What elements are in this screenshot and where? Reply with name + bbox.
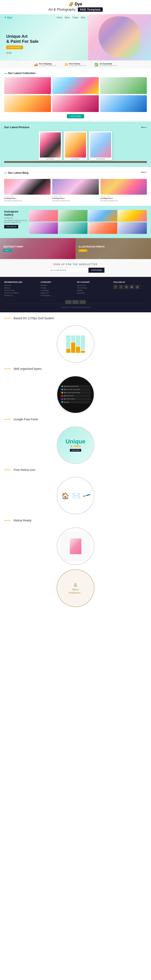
footer-link-newsletter[interactable]: Newsletter — [77, 292, 111, 294]
blog-more-link[interactable]: More » — [141, 171, 147, 177]
footer-link-delivery[interactable]: Delivery — [4, 287, 38, 289]
feature-dash-1 — [4, 318, 11, 318]
layer-dot-3 — [62, 392, 63, 393]
grid-stripe-6 — [76, 347, 80, 353]
instagram-image-7 — [88, 222, 117, 234]
picture-frame-1: Art Portrait I — [39, 131, 62, 160]
retina-circle — [57, 527, 94, 565]
blog-desc-3: Our partners unique for art — [100, 200, 147, 202]
grid-stripe-2 — [66, 348, 70, 353]
footer-link-abstract[interactable]: Abstract — [41, 285, 74, 286]
footer-col-account: MY ACCOUNT My Account Order History Wish… — [77, 281, 111, 297]
nav-pages[interactable]: Pages — [73, 16, 78, 19]
grid-stripe-8 — [81, 351, 85, 353]
more-features-wrapper: & More Features... — [4, 569, 147, 607]
below-fold-features: Based On 1170px Grid System — [0, 312, 151, 616]
hero-image — [88, 14, 151, 60]
view-more-button[interactable]: VIEW MORE — [67, 114, 84, 118]
brush-icon: 🖌️ — [82, 491, 91, 501]
nav-blog[interactable]: Blog — [81, 16, 85, 19]
googleplus-icon[interactable]: g+ — [130, 285, 134, 289]
hero-cta-button[interactable]: LEARN MORE — [6, 46, 23, 49]
psd-badge: PSD Template — [78, 7, 103, 12]
twitter-icon[interactable]: t — [119, 285, 123, 289]
grid-stripe-3 — [71, 336, 75, 342]
shelf-decoration — [4, 161, 147, 163]
blog-image-1 — [4, 179, 51, 195]
grid-stripe-5 — [76, 336, 80, 346]
picture-caption-2: Art Portrait II — [65, 158, 86, 160]
footer-link-portrait[interactable]: Portrait — [41, 287, 74, 289]
instagram-handle: Instagramy — [4, 217, 27, 219]
layer-text-2: ▣ hero with color profile — [64, 389, 80, 390]
hero-title: Unique Art & Paint For Sale — [6, 34, 38, 44]
footer-col-social: FOLLOW US f t in g+ p — [113, 281, 147, 297]
instagram-image-8 — [118, 222, 147, 234]
footer-link-privacy[interactable]: Privacy Policy — [4, 290, 38, 291]
nav-home[interactable]: Home — [57, 16, 62, 19]
pictures-more-link[interactable]: More » — [141, 126, 147, 128]
footer-link-about[interactable]: About Us — [4, 285, 38, 286]
footer-grid: INFORMATION LINK About Us Delivery Priva… — [4, 281, 147, 297]
pinterest-icon[interactable]: p — [135, 285, 140, 289]
newsletter-subscribe-button[interactable]: SUBSCRIBE — [89, 268, 105, 273]
collection-item — [100, 77, 147, 94]
facebook-icon[interactable]: f — [113, 285, 118, 289]
hero-content: Unique Art & Paint For Sale LEARN MORE — [0, 25, 38, 49]
linkedin-icon[interactable]: in — [124, 285, 129, 289]
feature-row-layers: Well organized layers — [4, 367, 147, 371]
picture-image-1 — [40, 132, 61, 158]
card-visa — [65, 300, 72, 304]
subtitle-text: Art & Photography — [48, 8, 76, 11]
collection-section: Our Latest Collection VIEW MORE — [0, 68, 151, 121]
newsletter-email-input[interactable] — [46, 268, 89, 273]
footer-link-modern[interactable]: Modern Art — [41, 292, 74, 294]
feature-dash-2 — [4, 369, 11, 369]
picture-caption-1: Art Portrait I — [40, 158, 61, 160]
gallery-block-btn-2[interactable]: FIND IT — [79, 249, 87, 252]
footer-link-wishlist[interactable]: Wishlist — [77, 290, 111, 291]
footer-col-title-2: CATEGORY — [41, 281, 74, 283]
picture-frame-2: Art Portrait II — [64, 131, 87, 160]
feature-frames: 🖼 Free Frames Our partners unique for ar… — [65, 63, 86, 66]
blog-item-2: June 14, 2018 Art Blog Post 2 Our partne… — [52, 179, 99, 202]
gallery-block-btn-1[interactable]: FIND IT — [3, 249, 12, 252]
icon-circle-wrapper: 🏠 ✉️ 🖌️ — [4, 477, 147, 515]
more-label-2: Features... — [68, 591, 82, 594]
blog-post-title-3: Art Blog Post 3 — [100, 197, 147, 199]
social-links: f t in g+ p — [113, 285, 147, 289]
layer-dot-6 — [62, 401, 63, 403]
font-display-line2: & Paint — [66, 444, 86, 448]
newsletter-title: SIGN UP FOR THE NEWSLETTER — [4, 263, 147, 266]
frames-icon: 🖼 — [65, 63, 68, 66]
footer-link-contact[interactable]: Contact Us — [4, 294, 38, 296]
card-mc — [72, 300, 79, 304]
footer-link-landscape[interactable]: Landscape — [41, 290, 74, 291]
grid-visualization — [62, 331, 89, 357]
footer-col-title-4: FOLLOW US — [113, 281, 147, 283]
instagram-image-3 — [88, 210, 117, 221]
footer-link-terms[interactable]: Terms & Conditions — [4, 292, 38, 294]
layer-text-4: ▣ blog section — [64, 395, 74, 397]
feature-icon-label: Free Retina Icon — [14, 468, 35, 471]
more-features-circle: & More Features... — [57, 569, 94, 607]
nav-menu[interactable]: Menu — [65, 16, 70, 19]
newsletter-form: SUBSCRIBE — [4, 268, 147, 273]
footer-link-orders[interactable]: Order History — [77, 287, 111, 289]
footer-link-my-account[interactable]: My Account — [77, 285, 111, 286]
layer-text-1: ▣ header placeholder — [64, 385, 79, 387]
collection-grid — [4, 77, 147, 112]
blog-desc-1: Our partners unique for art — [4, 200, 51, 202]
picture-image-2 — [65, 132, 86, 158]
instagram-grid — [29, 210, 147, 234]
font-shop-button[interactable]: SHOP NOW — [70, 449, 81, 452]
fonts-circle-wrapper: Unique & Paint SHOP NOW — [4, 426, 147, 464]
header: 🌈 Dye Art & Photography PSD Template — [0, 0, 151, 14]
instagram-image-1 — [29, 210, 58, 221]
footer-col-title-3: MY ACCOUNT — [77, 281, 111, 283]
layers-circle: ▣ header placeholder ▣ hero with color p… — [57, 376, 94, 414]
picture-image-3 — [90, 132, 111, 158]
instagram-follow-button[interactable]: FOLLOW US — [4, 225, 18, 228]
footer-link-photography[interactable]: Photography — [41, 294, 74, 296]
instagram-title: Instragram Gallery — [4, 210, 27, 216]
